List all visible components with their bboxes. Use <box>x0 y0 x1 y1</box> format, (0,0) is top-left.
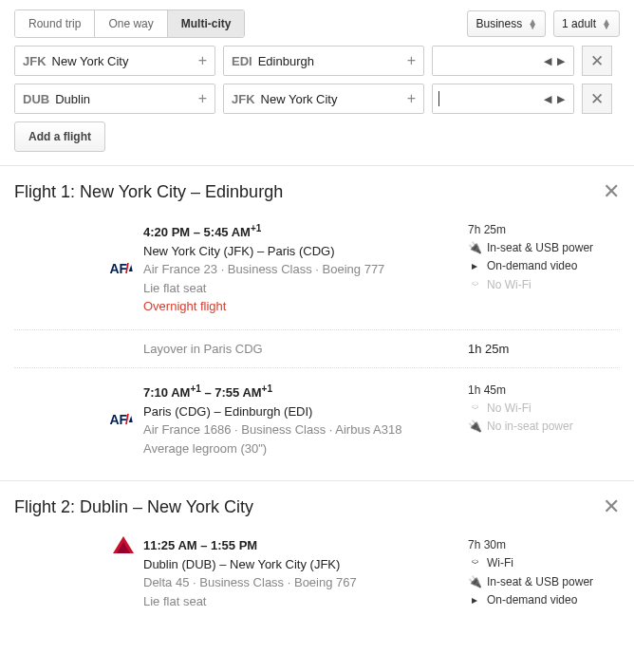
segment-duration: 7h 30m <box>468 536 620 554</box>
tab-round-trip[interactable]: Round trip <box>15 10 95 37</box>
segment-route: New York City (JFK) – Paris (CDG) <box>143 242 468 261</box>
plus-icon[interactable]: + <box>407 90 416 107</box>
to-input-1[interactable]: EDI Edinburgh + <box>223 46 424 76</box>
segment-times: 4:20 PM – 5:45 AM <box>143 225 251 239</box>
plus-icon[interactable]: + <box>198 90 207 107</box>
add-flight-button[interactable]: Add a flight <box>14 121 105 152</box>
flight-1-segment-2: AF/ 7:10 AM+1 – 7:55 AM+1 Paris (CDG) – … <box>14 368 620 471</box>
from-input-2[interactable]: DUB Dublin + <box>14 84 215 114</box>
next-day-icon[interactable]: ▶ <box>557 55 565 67</box>
close-icon[interactable]: ✕ <box>603 495 620 519</box>
segment-seat: Average legroom (30") <box>143 439 468 458</box>
prev-day-icon[interactable]: ◀ <box>544 93 551 105</box>
flight-1-title: Flight 1: New York City – Edinburgh <box>14 182 283 202</box>
flight-2-section: Flight 2: Dublin – New York City ✕ 11:25… <box>0 481 634 633</box>
flight-2-title: Flight 2: Dublin – New York City <box>14 497 253 517</box>
airport-city: New York City <box>261 92 338 106</box>
segment-times: 11:25 AM – 1:55 PM <box>143 536 468 555</box>
layover-text: Layover in Paris CDG <box>143 342 468 356</box>
segment-details: Air France 23 · Business Class · Boeing … <box>143 260 468 279</box>
plus-icon[interactable]: + <box>198 52 207 69</box>
date-input-1[interactable]: ◀ ▶ <box>432 46 574 76</box>
segment-seat: Lie flat seat <box>143 279 468 298</box>
power-icon: 🔌 <box>468 573 481 591</box>
prev-day-icon[interactable]: ◀ <box>544 55 551 67</box>
next-day-icon[interactable]: ▶ <box>557 93 565 105</box>
airport-code: DUB <box>23 92 49 106</box>
airline-logo-delta <box>100 536 143 610</box>
airport-code: JFK <box>23 54 47 68</box>
segment-details: Delta 45 · Business Class · Boeing 767 <box>143 573 468 592</box>
airport-code: JFK <box>232 92 255 106</box>
tab-multi-city[interactable]: Multi-city <box>168 10 245 37</box>
remove-leg-2[interactable]: ✕ <box>582 84 612 114</box>
trip-type-tabs: Round trip One way Multi-city <box>14 9 245 38</box>
wifi-icon: ⌔ <box>468 554 481 572</box>
segment-details: Air France 1686 · Business Class · Airbu… <box>143 420 468 439</box>
flight-1-section: Flight 1: New York City – Edinburgh ✕ AF… <box>0 166 634 481</box>
cabin-select[interactable]: Business ▲▼ <box>467 10 546 37</box>
remove-leg-1[interactable]: ✕ <box>582 46 612 76</box>
airport-city: Dublin <box>55 92 90 106</box>
plus-icon[interactable]: + <box>407 52 416 69</box>
from-input-1[interactable]: JFK New York City + <box>14 46 215 76</box>
flight-1-segment-1: AF/ 4:20 PM – 5:45 AM+1 New York City (J… <box>14 208 620 330</box>
tab-one-way[interactable]: One way <box>95 10 167 37</box>
wifi-icon: ⌔ <box>468 400 481 418</box>
sort-icon: ▲▼ <box>602 19 611 28</box>
segment-route: Dublin (DUB) – New York City (JFK) <box>143 555 468 574</box>
layover-duration: 1h 25m <box>468 342 620 356</box>
wifi-icon: ⌔ <box>468 276 481 294</box>
power-icon: 🔌 <box>468 239 481 257</box>
segment-duration: 1h 45m <box>468 382 620 400</box>
airport-city: Edinburgh <box>258 54 314 68</box>
video-icon: ▸ <box>468 591 481 609</box>
segment-duration: 7h 25m <box>468 221 620 239</box>
airport-city: New York City <box>52 54 129 68</box>
flight-2-segment-1: 11:25 AM – 1:55 PM Dublin (DUB) – New Yo… <box>14 523 620 624</box>
to-input-2[interactable]: JFK New York City + <box>223 84 424 114</box>
pax-label: 1 adult <box>562 17 596 30</box>
video-icon: ▸ <box>468 257 481 275</box>
power-icon: 🔌 <box>468 418 481 436</box>
airline-logo-airfrance: AF/ <box>100 382 143 457</box>
sort-icon: ▲▼ <box>528 19 537 28</box>
search-form: Round trip One way Multi-city Business ▲… <box>0 0 634 166</box>
segment-route: Paris (CDG) – Edinburgh (EDI) <box>143 402 468 421</box>
layover-row: Layover in Paris CDG 1h 25m <box>14 330 620 368</box>
overnight-note: Overnight flight <box>143 297 468 316</box>
airport-code: EDI <box>232 54 252 68</box>
airline-logo-airfrance: AF/ <box>100 221 143 316</box>
close-icon[interactable]: ✕ <box>603 179 620 204</box>
segment-seat: Lie flat seat <box>143 592 468 611</box>
passengers-select[interactable]: 1 adult ▲▼ <box>553 10 620 37</box>
date-input-2[interactable]: ◀ ▶ <box>432 84 574 114</box>
cabin-label: Business <box>476 17 522 30</box>
